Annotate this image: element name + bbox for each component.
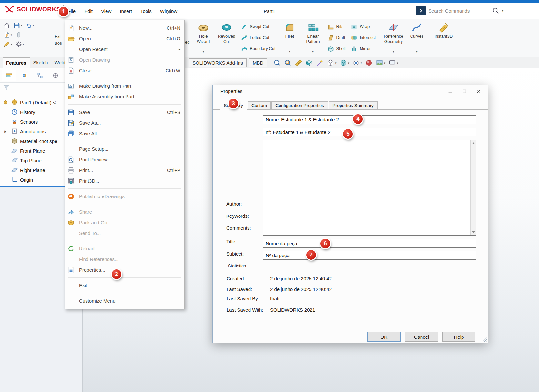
dropdown-arrow-icon[interactable]: ▾ [348, 61, 350, 65]
extruded-cut-label-remnant[interactable]: ed [185, 40, 189, 45]
fillet-button[interactable]: Fillet▾ [278, 19, 301, 55]
file-menu-item-open-recent[interactable]: Open Recent▸ [65, 44, 184, 55]
dropdown-arrow-icon[interactable]: ▾ [361, 61, 362, 65]
file-menu-item-properties[interactable]: Properties... [65, 265, 184, 275]
dropdown-arrow-icon[interactable]: ▾ [335, 61, 337, 65]
dropdown-arrow-icon[interactable]: ▾ [397, 61, 398, 65]
keywords-field[interactable] [263, 128, 476, 136]
file-menu-item-send-to[interactable]: Send To... [65, 228, 184, 238]
resize-grip[interactable] [483, 337, 487, 342]
file-menu-item-make-drawing-from-part[interactable]: Make Drawing from Part [65, 81, 184, 91]
file-menu-item-find-references[interactable]: Find References... [65, 254, 184, 265]
dropdown-arrow-icon[interactable]: ▾ [384, 61, 386, 65]
featuremanager-design-tree-tab[interactable] [2, 70, 16, 81]
file-menu-item-reload[interactable]: Reload... [65, 243, 184, 254]
apply-scene-button[interactable]: ▾ [375, 58, 386, 67]
sketch-tool-button[interactable]: ▾ [3, 40, 13, 48]
dropdown-arrow-icon[interactable]: ▾ [11, 33, 12, 36]
file-menu-item-close[interactable]: CloseCtrl+W [65, 65, 184, 76]
dropdown-arrow-icon[interactable]: ▾ [203, 50, 204, 53]
search-dropdown-caret[interactable]: ▾ [502, 9, 503, 13]
hole-wizard-button[interactable]: HoleWizard▾ [192, 19, 215, 55]
curves-button[interactable]: Curves▾ [405, 19, 428, 55]
swept-cut-button[interactable]: Swept Cut [241, 21, 276, 32]
edit-appearance-button[interactable] [364, 58, 373, 67]
pin-menu-icon[interactable] [166, 8, 173, 15]
file-menu-item-save-all[interactable]: Save All [65, 128, 184, 139]
linear-pattern-button[interactable]: LinearPattern▾ [301, 19, 325, 55]
dropdown-arrow-icon[interactable]: ▾ [416, 50, 418, 53]
dropdown-arrow-icon[interactable]: ▾ [312, 50, 314, 53]
revolved-cut-button[interactable]: RevolvedCut [215, 19, 238, 55]
dialog-tab-properties-summary[interactable]: Properties Summary [329, 101, 378, 109]
ok-button[interactable]: OK [367, 332, 401, 342]
filter-icon[interactable] [3, 85, 10, 91]
comments-scrollbar[interactable] [470, 140, 476, 235]
file-menu-item-new[interactable]: New...Ctrl+N [65, 23, 184, 33]
intersect-button[interactable]: Intersect [351, 32, 376, 43]
menu-view[interactable]: View [97, 5, 116, 17]
minimize-button[interactable] [443, 86, 457, 96]
zoom-to-fit-button[interactable] [273, 58, 282, 67]
file-menu-item-customize-menu[interactable]: Customize Menu [65, 296, 184, 306]
menu-insert[interactable]: Insert [116, 5, 136, 17]
file-menu-item-save[interactable]: SaveCtrl+S [65, 107, 184, 117]
home-button[interactable] [3, 21, 11, 30]
tab-mbd[interactable]: MBD [249, 58, 267, 67]
filter-graphics-button[interactable] [315, 58, 324, 67]
lofted-cut-button[interactable]: Lofted Cut [241, 32, 276, 43]
rib-button[interactable]: Rib [327, 21, 346, 32]
options-button[interactable]: ▾ [15, 40, 25, 48]
configurationmanager-tab[interactable] [33, 70, 47, 81]
close-button[interactable] [472, 86, 486, 96]
file-menu-item-print3d[interactable]: Print3D... [65, 176, 184, 186]
dropdown-arrow-icon[interactable]: ▾ [33, 24, 34, 27]
search-commands-input[interactable] [428, 8, 490, 14]
tab-features[interactable]: Features [3, 57, 30, 68]
file-menu-item-open[interactable]: Open...Ctrl+O [65, 33, 184, 44]
search-launcher-icon[interactable] [416, 6, 426, 15]
file-menu-item-print[interactable]: Print...Ctrl+P [65, 165, 184, 176]
dropdown-arrow-icon[interactable]: ▾ [21, 24, 22, 27]
scroll-up-icon[interactable] [472, 142, 475, 144]
cancel-button[interactable]: Cancel [405, 332, 438, 342]
maximize-button[interactable] [457, 86, 472, 96]
dimxpertmanager-tab[interactable] [48, 70, 63, 81]
dropdown-arrow-icon[interactable]: ▾ [23, 43, 24, 46]
propertymanager-tab[interactable] [17, 70, 32, 81]
author-field[interactable] [263, 115, 476, 124]
section-view-button[interactable] [305, 58, 314, 67]
new-document-button[interactable]: ▾ [3, 31, 13, 39]
boundary-cut-button[interactable]: Boundary Cut [241, 43, 276, 54]
menu-edit[interactable]: Edit [80, 5, 97, 17]
file-menu-item-make-assembly-from-part[interactable]: Make Assembly from Part [65, 91, 184, 102]
dropdown-arrow-icon[interactable]: ▾ [11, 43, 12, 46]
file-menu-item-pack-and-go[interactable]: Pack and Go... [65, 217, 184, 228]
hide-show-items-button[interactable]: ▾ [351, 58, 363, 67]
dropdown-arrow-icon[interactable]: ▾ [393, 50, 394, 53]
file-menu-item-share[interactable]: Share [65, 206, 184, 217]
view-orientation-button[interactable]: ▾ [326, 58, 337, 67]
file-menu-item-save-as[interactable]: Save As... [65, 117, 184, 128]
instant3d-button[interactable]: Instant3D [432, 19, 455, 55]
help-button[interactable]: Help [442, 332, 475, 342]
shell-button[interactable]: Shell [327, 43, 346, 54]
scroll-down-icon[interactable] [472, 231, 475, 233]
dialog-tab-custom[interactable]: Custom [248, 101, 271, 109]
tab-sketch[interactable]: Sketch [30, 57, 51, 68]
file-menu-item-print-preview[interactable]: Print Preview... [65, 154, 184, 165]
search-magnifier-icon[interactable] [492, 7, 499, 14]
mirror-button[interactable]: Mirror [351, 43, 376, 54]
wrap-button[interactable]: Wrap [351, 21, 376, 32]
file-menu-item-page-setup[interactable]: Page Setup... [65, 144, 184, 154]
view-settings-button[interactable]: ▾ [388, 58, 399, 67]
extruded-boss-button[interactable]: Ext Bos [55, 34, 62, 46]
comments-field[interactable] [263, 140, 476, 236]
title-field[interactable] [263, 239, 476, 248]
reference-geometry-button[interactable]: ReferenceGeometry▾ [382, 19, 405, 55]
subject-field[interactable] [263, 251, 476, 260]
draft-button[interactable]: Draft [327, 32, 346, 43]
file-menu-item-publish-to-edrawings[interactable]: Publish to eDrawings [65, 191, 184, 202]
save-button[interactable]: ▾ [13, 21, 23, 30]
display-style-button[interactable]: ▾ [339, 58, 350, 67]
